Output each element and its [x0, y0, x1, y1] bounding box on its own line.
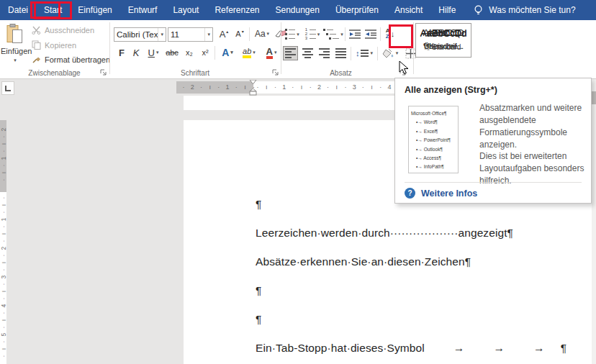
text-effects-dropdown-arrow[interactable]: ▾: [230, 50, 233, 55]
paste-button[interactable]: Einfügen ▾: [1, 24, 28, 67]
line-spacing-button[interactable]: ↕ ▾: [353, 46, 375, 60]
clipboard-paste-icon: [6, 24, 23, 44]
font-dialog-launcher-icon[interactable]: [271, 68, 279, 76]
subscript-button[interactable]: x₂: [182, 45, 197, 60]
change-case-button[interactable]: Aa▾: [253, 27, 271, 41]
vertical-ruler[interactable]: 2·ı·1·ı· ·ı·1·ı·2·ı·3·ı·4·ı·5·ı·: [0, 120, 6, 364]
ruler-margin-marks: ·2·ı·1·ı·: [179, 81, 258, 94]
text-segment: →: [453, 342, 465, 355]
vruler-margin-marks: 2·ı·1·ı·: [0, 126, 6, 183]
ribbon-tab[interactable]: Entwurf: [120, 0, 166, 20]
cut-label: Ausschneiden: [45, 26, 94, 35]
text-segment: ¶: [256, 198, 261, 211]
decrease-indent-button[interactable]: [348, 27, 362, 41]
underline-button[interactable]: U▾: [145, 45, 162, 60]
vruler-body-marks: ·ı·1·ı·2·ı·3·ı·4·ı·5·ı·: [0, 194, 6, 360]
increase-indent-button[interactable]: [364, 27, 378, 41]
numbering-dropdown-arrow[interactable]: ▾: [317, 32, 320, 37]
paragraph: Absätze·erkennen·Sie·an·diesen·Zeichen¶: [256, 247, 566, 276]
mini-doc-line: •→ Excel¶: [411, 127, 456, 136]
decrease-indent-icon: [349, 29, 361, 39]
font-color-button[interactable]: A ▾: [261, 45, 281, 60]
text-segment: ¶: [256, 313, 261, 326]
underline-dropdown-arrow[interactable]: ▾: [156, 50, 159, 55]
line-spacing-dropdown-arrow[interactable]: ▾: [370, 50, 373, 56]
italic-button[interactable]: K: [130, 45, 142, 60]
ribbon-tab[interactable]: Referenzen: [207, 0, 267, 20]
tell-me-search[interactable]: Was möchten Sie tun?: [474, 5, 575, 16]
bullet-list-icon: [285, 29, 295, 40]
align-right-button[interactable]: [317, 46, 332, 60]
ribbon-tab[interactable]: Start: [36, 0, 70, 20]
shading-dropdown-arrow[interactable]: ▾: [396, 50, 399, 56]
highlight-dropdown-arrow[interactable]: ▾: [253, 50, 256, 55]
grow-font-label: A: [220, 29, 226, 40]
indent-markers-icon[interactable]: [248, 80, 258, 96]
ribbon-tab[interactable]: Überprüfen: [328, 0, 387, 20]
font-group-label: Schriftart: [110, 69, 280, 77]
ribbon-tab[interactable]: Ansicht: [387, 0, 430, 20]
format-painter-label: Format übertragen: [45, 55, 110, 64]
increase-indent-icon: [365, 29, 376, 39]
align-left-icon: [285, 48, 296, 58]
copy-button[interactable]: Kopieren: [32, 40, 76, 50]
tab-stop-icon: [5, 86, 11, 91]
numbering-button[interactable]: 123 ▾: [303, 27, 322, 41]
bullets-dropdown-arrow[interactable]: ▾: [297, 32, 299, 37]
menubar: DateiStartEinfügenEntwurfLayoutReferenze…: [0, 0, 596, 20]
font-color-dropdown-arrow[interactable]: ▾: [274, 50, 277, 55]
font-name-dropdown-arrow[interactable]: ▾: [158, 28, 163, 41]
text-effects-button[interactable]: A▾: [218, 45, 237, 60]
font-size-combo[interactable]: 11 ▾: [168, 27, 213, 42]
sort-button[interactable]: AZ ↓: [382, 26, 398, 42]
ribbon-tabs: DateiStartEinfügenEntwurfLayoutReferenze…: [0, 0, 464, 20]
font-size-value: 11: [171, 30, 179, 39]
small-separator: [249, 27, 250, 41]
paragraph-group: ▾ 123 ▾ ▾ AZ ↓ ¶ ↕ ▾: [281, 20, 412, 78]
superscript-label: x²: [202, 48, 208, 57]
bullets-button[interactable]: ▾: [283, 27, 302, 41]
ruler-body-marks: ·ı·1·ı·2·ı·3·ı·4·ı: [253, 81, 411, 94]
font-size-dropdown-arrow[interactable]: ▾: [204, 28, 210, 41]
font-name-combo[interactable]: Calibri (Textk ▾: [114, 27, 166, 42]
strikethrough-button[interactable]: abc: [163, 45, 181, 60]
clipboard-dialog-launcher-icon[interactable]: [99, 68, 107, 76]
copy-icon: [32, 40, 41, 50]
ribbon-tab[interactable]: Einfügen: [70, 0, 119, 20]
scrollbar-thumb[interactable]: [592, 91, 596, 104]
cut-button[interactable]: Ausschneiden: [32, 26, 94, 35]
justify-button[interactable]: [333, 46, 348, 60]
line-spacing-lines: [361, 50, 369, 57]
multilevel-list-button[interactable]: ▾: [323, 27, 343, 41]
paragraph: ¶: [256, 305, 566, 334]
shrink-font-button[interactable]: A▾: [232, 27, 247, 41]
grow-font-button[interactable]: A▴: [217, 27, 231, 41]
superscript-button[interactable]: x²: [198, 45, 212, 60]
multilevel-list-icon: [323, 29, 339, 40]
ribbon-tab[interactable]: Hilfe: [430, 0, 464, 20]
ribbon-tab[interactable]: Datei: [0, 0, 36, 20]
align-center-button[interactable]: [300, 46, 315, 60]
font-color-glyph: A: [266, 47, 273, 59]
mouse-cursor: [399, 60, 410, 76]
paragraph: Ein·Tab-Stopp·hat·dieses·Symbol→→→¶: [256, 334, 566, 363]
paste-dropdown-arrow[interactable]: ▾: [2, 58, 28, 63]
tooltip-description-1: Absatzmarken und weitere ausgeblendete F…: [479, 102, 589, 151]
clipboard-group-label: Zwischenablage: [0, 69, 109, 77]
bold-button[interactable]: F: [116, 45, 127, 60]
highlight-color-button[interactable]: ab ▾: [238, 45, 260, 60]
tooltip-footer: ? Weitere Infos: [405, 188, 477, 199]
tab-selector[interactable]: [1, 81, 14, 95]
mini-doc-line: •→ Access¶: [411, 154, 456, 163]
ribbon-tab[interactable]: Sendungen: [268, 0, 328, 20]
borders-icon: [405, 48, 416, 59]
document-text[interactable]: ¶ Leerzeichen·werden·durch··············…: [256, 190, 566, 363]
style-item[interactable]: AaBbCcD Überschrif...: [415, 23, 471, 58]
shading-button[interactable]: ▾: [380, 46, 400, 60]
multilevel-dropdown-arrow[interactable]: ▾: [340, 32, 343, 37]
ribbon-tab[interactable]: Layout: [165, 0, 207, 20]
vertical-scrollbar[interactable]: [592, 79, 596, 364]
align-left-button[interactable]: [283, 46, 298, 60]
weitere-infos-link[interactable]: Weitere Infos: [421, 188, 477, 199]
format-painter-button[interactable]: Format übertragen: [32, 55, 110, 64]
